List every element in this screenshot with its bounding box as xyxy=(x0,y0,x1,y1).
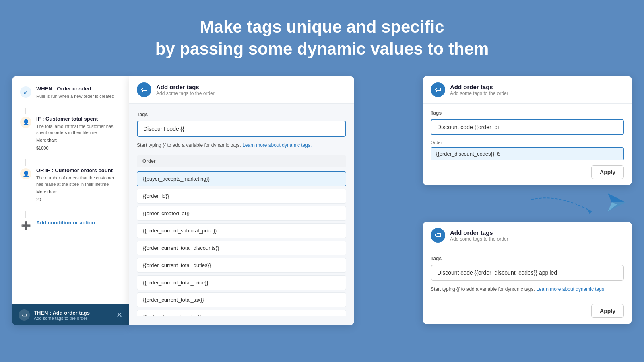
if1-text: IF : Customer total spent The total amou… xyxy=(36,116,121,152)
if2-description: The number of orders that the customer h… xyxy=(36,175,121,187)
right-top-tags-value: Discount code {{order_di xyxy=(437,124,499,130)
order-section: Order {{order_discount_codes}} 🖱 xyxy=(431,140,624,160)
middle-panel-title: Add order tags xyxy=(156,84,215,90)
if1-meta2: $1000 xyxy=(36,145,121,151)
workflow-panel: ↙ WHEN : Order created Rule is run when … xyxy=(12,76,129,325)
then-description: Add some tags to the order xyxy=(34,316,90,321)
right-bottom-tags-value: Discount code {{order_discount_codes}} a… xyxy=(437,269,557,276)
tags-panel: 🏷 Add order tags Add some tags to the or… xyxy=(129,76,354,325)
right-bottom-subtitle: Add some tags to the order xyxy=(450,236,508,242)
right-bottom-title: Add order tags xyxy=(450,229,508,236)
right-bottom-header: 🏷 Add order tags Add some tags to the or… xyxy=(423,222,632,249)
when-text: WHEN : Order created Rule is run when a … xyxy=(36,86,114,99)
right-bottom-hint: Start typing {{ to add a variable for dy… xyxy=(431,286,624,293)
then-bar: 🏷 THEN : Add order tags Add some tags to… xyxy=(12,304,129,325)
order-label: Order xyxy=(431,140,624,145)
right-bottom-tags-input[interactable]: Discount code {{order_discount_codes}} a… xyxy=(431,265,624,281)
middle-panel-body: Tags Discount code {{ Start typing {{ to… xyxy=(129,104,354,324)
paper-plane xyxy=(606,191,628,215)
right-panels: 🏷 Add order tags Add some tags to the or… xyxy=(423,76,632,328)
then-icon: 🏷 xyxy=(19,309,30,321)
hero-section: Make tags unique and specific by passing… xyxy=(0,0,644,72)
then-text: THEN : Add order tags Add some tags to t… xyxy=(34,310,90,321)
right-card-top: 🏷 Add order tags Add some tags to the or… xyxy=(423,76,632,185)
then-title: THEN : Add order tags xyxy=(34,310,90,316)
tags-label: Tags xyxy=(137,112,346,117)
workflow-if1: 👤 IF : Customer total spent The total am… xyxy=(20,116,121,152)
add-label: Add condition or action xyxy=(36,219,95,226)
apply-button-top[interactable]: Apply xyxy=(591,165,624,179)
right-bottom-tags-label: Tags xyxy=(431,256,624,261)
variable-item-6[interactable]: {{order_current_total_price}} xyxy=(137,275,346,290)
dashed-arrow xyxy=(527,191,608,220)
variable-list: {{buyer_accepts_marketing}} {{order_id}}… xyxy=(137,171,346,316)
variable-item-1[interactable]: {{order_id}} xyxy=(137,189,346,204)
workflow-if2: 👤 OR IF : Customer orders count The numb… xyxy=(20,167,121,203)
svg-marker-0 xyxy=(587,208,592,214)
when-title: WHEN : Order created xyxy=(36,86,114,92)
right-top-icon: 🏷 xyxy=(431,82,445,97)
hero-title: Make tags unique and specific by passing… xyxy=(8,16,636,60)
if2-text: OR IF : Customer orders count The number… xyxy=(36,167,121,203)
middle-panel-header-text: Add order tags Add some tags to the orde… xyxy=(156,84,215,96)
variable-item-7[interactable]: {{order_current_total_tax}} xyxy=(137,292,346,307)
arrow-area xyxy=(423,189,632,222)
variable-item-5[interactable]: {{order_current_total_duties}} xyxy=(137,258,346,273)
if2-meta2: 20 xyxy=(36,197,121,203)
divider3 xyxy=(25,211,26,218)
if1-meta1: More than: xyxy=(36,137,121,143)
right-bottom-header-text: Add order tags Add some tags to the orde… xyxy=(450,229,508,242)
tags-value: Discount code {{ xyxy=(143,125,184,132)
right-top-header: 🏷 Add order tags Add some tags to the or… xyxy=(423,76,632,104)
hint-text: Start typing {{ to add a variable for dy… xyxy=(137,142,346,149)
if2-title: OR IF : Customer orders count xyxy=(36,167,121,173)
middle-panel-icon: 🏷 xyxy=(137,82,151,97)
variables-section-label: Order xyxy=(137,155,346,167)
if1-title: IF : Customer total spent xyxy=(36,116,121,122)
apply-button-bottom[interactable]: Apply xyxy=(591,304,624,318)
if1-icon: 👤 xyxy=(20,117,31,128)
middle-panel-header: 🏷 Add order tags Add some tags to the or… xyxy=(129,76,354,104)
tags-input[interactable]: Discount code {{ xyxy=(137,121,346,137)
divider2 xyxy=(25,159,26,166)
if1-description: The total amount that the customer has s… xyxy=(36,123,121,136)
when-description: Rule is run when a new order is created xyxy=(36,93,114,99)
add-icon: ➕ xyxy=(20,220,31,231)
variable-item-2[interactable]: {{order_created_at}} xyxy=(137,206,346,221)
when-icon: ↙ xyxy=(20,86,31,98)
variable-item-0[interactable]: {{buyer_accepts_marketing}} xyxy=(137,171,346,186)
right-bottom-body: Tags Discount code {{order_discount_code… xyxy=(423,249,632,324)
right-top-tags-label: Tags xyxy=(431,110,624,116)
right-bottom-icon: 🏷 xyxy=(431,228,445,243)
close-button[interactable]: ✕ xyxy=(116,311,122,319)
right-top-body: Tags Discount code {{order_di Order {{or… xyxy=(423,104,632,185)
if2-icon: 👤 xyxy=(20,168,31,179)
workflow-add[interactable]: ➕ Add condition or action xyxy=(20,219,121,231)
hint-link[interactable]: Learn more about dynamic tags. xyxy=(242,142,312,148)
variable-item-4[interactable]: {{order_current_total_discounts}} xyxy=(137,241,346,255)
order-variable-item[interactable]: {{order_discount_codes}} 🖱 xyxy=(431,147,624,160)
variable-item-8[interactable]: {{order_discount_codes}} xyxy=(137,310,346,316)
svg-marker-2 xyxy=(608,193,626,202)
right-card-bottom: 🏷 Add order tags Add some tags to the or… xyxy=(423,222,632,324)
order-variable-value: {{order_discount_codes}} 🖱 xyxy=(436,151,501,157)
right-bottom-hint-link[interactable]: Learn more about dynamic tags. xyxy=(536,286,605,292)
right-top-header-text: Add order tags Add some tags to the orde… xyxy=(450,84,508,96)
middle-panel-subtitle: Add some tags to the order xyxy=(156,90,215,96)
right-top-title: Add order tags xyxy=(450,84,508,90)
workflow-when: ↙ WHEN : Order created Rule is run when … xyxy=(20,86,121,99)
main-content: ↙ WHEN : Order created Rule is run when … xyxy=(0,76,644,325)
add-text: Add condition or action xyxy=(36,219,95,226)
right-top-subtitle: Add some tags to the order xyxy=(450,90,508,96)
divider1 xyxy=(25,108,26,114)
right-top-tags-input[interactable]: Discount code {{order_di xyxy=(431,119,624,135)
variable-item-3[interactable]: {{order_current_subtotal_price}} xyxy=(137,223,346,238)
if2-meta1: More than: xyxy=(36,189,121,195)
